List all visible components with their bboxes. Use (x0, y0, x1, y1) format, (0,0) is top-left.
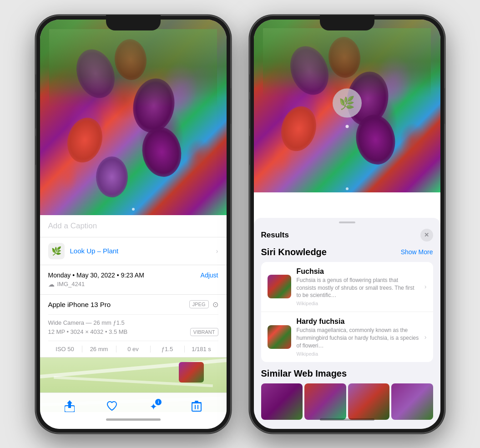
phone-1-vol-down-button (35, 136, 36, 165)
similar-img-4[interactable] (391, 383, 433, 420)
fuchsia-description: Fuchsia is a genus of flowering plants t… (297, 277, 419, 299)
info-badge: i (155, 399, 162, 405)
knowledge-card: Fuchsia Fuchsia is a genus of flowering … (261, 262, 433, 362)
photo-container-1[interactable] (40, 20, 227, 215)
leaf-icon: 🌿 (51, 246, 61, 256)
date-section: Monday • May 30, 2022 • 9:23 AM Adjust ☁… (40, 265, 227, 295)
svg-rect-4 (197, 405, 198, 409)
trash-icon (192, 401, 202, 412)
fuchsia-source: Wikipedia (297, 301, 419, 306)
flower-photo-1 (40, 20, 227, 215)
fuchsia-chevron-icon: › (424, 283, 427, 290)
knowledge-item-hardy[interactable]: Hardy fuchsia Fuchsia magellanica, commo… (261, 312, 433, 362)
siri-visual-icon: 🌿 (333, 88, 362, 117)
svg-rect-5 (192, 402, 202, 403)
hardy-thumb-img (268, 325, 291, 349)
knowledge-item-fuchsia[interactable]: Fuchsia Fuchsia is a genus of flowering … (261, 262, 433, 312)
share-button[interactable] (65, 400, 75, 415)
map-thumbnail (179, 362, 204, 383)
phones-container: Add a Caption 🌿 Look Up – Plant › Monday… (35, 15, 445, 433)
similar-images-row[interactable] (261, 383, 433, 420)
siri-dot (345, 125, 349, 128)
phone-2-notch (320, 15, 374, 30)
device-section: Apple iPhone 13 Pro JPEG ⊙ Wide Camera —… (40, 295, 227, 357)
lookup-text: Look Up – Plant (70, 247, 119, 255)
results-title: Results (261, 231, 289, 240)
photo-container-2[interactable]: 🌿 (254, 20, 440, 192)
jpeg-badge: JPEG (189, 300, 209, 308)
fuchsia-thumbnail (268, 275, 291, 298)
hardy-thumbnail (268, 325, 291, 349)
heart-icon (106, 401, 117, 411)
fuchsia-info: Fuchsia Fuchsia is a genus of flowering … (297, 267, 419, 306)
hardy-source: Wikipedia (297, 351, 419, 357)
results-drag-handle[interactable] (339, 221, 355, 223)
phone-2-home-bar (320, 418, 374, 421)
delete-button[interactable] (192, 401, 202, 414)
favorite-button[interactable] (106, 401, 117, 414)
share-icon (65, 400, 75, 412)
device-name: Apple iPhone 13 Pro (48, 301, 111, 308)
siri-leaf-icon: 🌿 (339, 96, 355, 111)
lookup-subject: Plant (103, 247, 118, 255)
similar-img-1[interactable] (261, 383, 303, 420)
similar-img-2[interactable] (304, 383, 346, 420)
page-dot-2 (346, 187, 349, 190)
hardy-chevron-icon: › (424, 333, 427, 341)
similar-img-3[interactable] (348, 383, 390, 420)
lookup-chevron-icon: › (216, 247, 218, 255)
similar-section: Similar Web Images (261, 368, 433, 420)
phone-1: Add a Caption 🌿 Look Up – Plant › Monday… (35, 15, 231, 433)
svg-rect-3 (195, 405, 196, 409)
lookup-icon: 🌿 (48, 243, 65, 259)
results-close-button[interactable]: ✕ (420, 229, 433, 242)
hardy-description: Fuchsia magellanica, commonly known as t… (297, 327, 419, 349)
results-header: Results ✕ (254, 227, 440, 247)
lookup-row[interactable]: 🌿 Look Up – Plant › (40, 237, 227, 265)
phone-1-home-bar (106, 418, 161, 421)
hardy-name: Hardy fuchsia (297, 317, 419, 326)
fuchsia-name: Fuchsia (297, 267, 419, 276)
similar-title: Similar Web Images (261, 368, 433, 379)
phone-2-screen: 🌿 Results ✕ Siri Knowledge Show More (254, 20, 440, 429)
flower-petal-6 (96, 156, 128, 197)
cloud-icon: ☁ (48, 281, 55, 288)
phone-1-mute-button (35, 74, 36, 92)
exif-iso: ISO 50 (48, 346, 82, 352)
siri-knowledge-header: Siri Knowledge Show More (261, 247, 433, 257)
date-text: Monday • May 30, 2022 • 9:23 AM (48, 272, 144, 279)
phone-1-right-button (231, 88, 231, 124)
hardy-info: Hardy fuchsia Fuchsia magellanica, commo… (297, 317, 419, 356)
phone-1-vol-up-button (35, 99, 36, 129)
siri-knowledge-title: Siri Knowledge (261, 247, 327, 257)
phone-2: 🌿 Results ✕ Siri Knowledge Show More (249, 15, 445, 433)
vibrant-badge: VIBRANT (190, 328, 218, 336)
phone-2-vol-down-button (249, 136, 250, 165)
page-dot-1 (132, 208, 135, 211)
resolution-text: 12 MP • 3024 × 4032 • 3.5 MB (48, 328, 128, 335)
phone-2-vol-up-button (249, 99, 250, 129)
phone-1-screen: Add a Caption 🌿 Look Up – Plant › Monday… (40, 20, 227, 429)
phone-2-right-button (445, 88, 445, 124)
results-content[interactable]: Siri Knowledge Show More Fuchsia Fuchsia… (254, 247, 440, 429)
photo-toolbar: ✦ i (40, 393, 227, 429)
svg-rect-2 (192, 403, 201, 411)
camera-spec: Wide Camera — 26 mm ƒ1.5 (48, 319, 218, 326)
exif-shutter: 1/181 s (185, 346, 218, 352)
caption-placeholder: Add a Caption (48, 221, 97, 230)
phone-2-mute-button (249, 74, 250, 92)
caption-field[interactable]: Add a Caption (40, 215, 227, 237)
svg-rect-6 (195, 401, 198, 402)
foliage-overlay (49, 29, 217, 107)
exif-aperture: ƒ1.5 (151, 346, 185, 352)
show-more-button[interactable]: Show More (401, 248, 433, 256)
adjust-button[interactable]: Adjust (201, 272, 218, 279)
fuchsia-thumb-img (268, 275, 291, 298)
foliage-overlay-2 (263, 28, 431, 97)
exif-focal: 26 mm (82, 346, 116, 352)
map-thumb-inner (179, 362, 204, 383)
info-button[interactable]: ✦ i (149, 401, 160, 414)
camera-settings-icon[interactable]: ⊙ (212, 300, 218, 309)
lookup-prefix: Look Up – (70, 247, 103, 255)
results-panel: Results ✕ Siri Knowledge Show More (254, 218, 440, 429)
